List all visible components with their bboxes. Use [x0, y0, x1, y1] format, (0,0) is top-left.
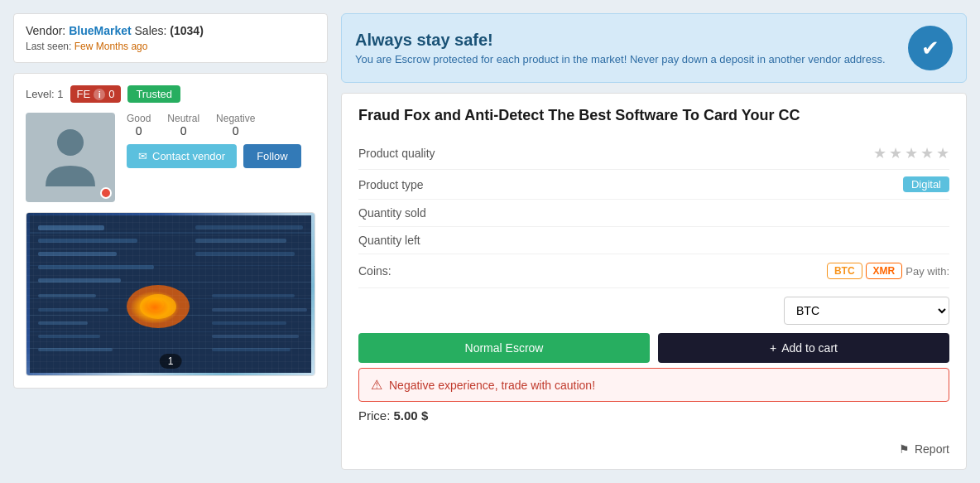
- image-pagination: 1: [160, 354, 182, 369]
- add-to-cart-button[interactable]: + Add to cart: [658, 333, 949, 363]
- vendor-name-link[interactable]: BlueMarket: [69, 24, 131, 37]
- heat-blob-decoration: [130, 291, 180, 324]
- vendor-label: Vendor:: [26, 24, 65, 37]
- avatar-person-icon: [41, 124, 99, 191]
- shield-check-icon: ✔: [908, 26, 953, 70]
- last-seen-line: Last seen: Few Months ago: [26, 41, 315, 52]
- quality-label: Product quality: [358, 147, 873, 160]
- pay-with-select[interactable]: BTC XMR: [784, 297, 949, 325]
- stat-good: Good 0: [127, 113, 151, 138]
- product-image-container: 1: [26, 212, 315, 376]
- price-value: 5.00 $: [394, 408, 429, 423]
- pay-select-row: BTC XMR: [358, 297, 949, 325]
- quantity-sold-row: Quantity sold: [358, 200, 949, 227]
- avatar-section: Good 0 Neutral 0 Negative 0: [26, 113, 315, 202]
- contact-vendor-button[interactable]: ✉ Contact vendor: [127, 144, 237, 168]
- coins-row: Coins: BTC XMR Pay with:: [358, 254, 949, 288]
- quantity-left-row: Quantity left: [358, 227, 949, 254]
- neutral-value: 0: [167, 124, 199, 138]
- qty-left-label: Quantity left: [358, 234, 949, 247]
- fe-badge: FE i 0: [70, 85, 122, 103]
- action-buttons-row: Normal Escrow + Add to cart: [358, 333, 949, 363]
- svg-point-0: [57, 129, 84, 156]
- stat-negative: Negative 0: [216, 113, 255, 138]
- product-quality-row: Product quality ★ ★ ★ ★ ★: [358, 138, 949, 170]
- envelope-icon: ✉: [138, 150, 147, 162]
- fe-count: 0: [108, 88, 114, 100]
- stats-row: Good 0 Neutral 0 Negative 0: [127, 113, 315, 138]
- good-label: Good: [127, 113, 151, 124]
- digital-badge: Digital: [903, 176, 949, 192]
- sales-count: (1034): [170, 24, 203, 37]
- warning-circle-icon: ⚠: [371, 377, 382, 393]
- last-seen-label: Last seen:: [26, 41, 71, 52]
- pay-with-label: Pay with:: [906, 265, 949, 278]
- warning-text: Negative experience, trade with caution!: [389, 379, 595, 392]
- stat-neutral: Neutral 0: [167, 113, 199, 138]
- star-5: ★: [936, 144, 949, 162]
- badges-row: Level: 1 FE i 0 Trusted: [26, 85, 315, 103]
- report-row[interactable]: ⚑ Report: [358, 429, 949, 456]
- price-row: Price: 5.00 $: [358, 402, 949, 429]
- type-label: Product type: [358, 178, 903, 191]
- good-value: 0: [127, 124, 151, 138]
- safety-banner: Always stay safe! You are Escrow protect…: [341, 13, 967, 83]
- last-seen-value: Few Months ago: [74, 41, 148, 52]
- vendor-badges-card: Level: 1 FE i 0 Trusted: [13, 73, 328, 389]
- vendor-info-card: Vendor: BlueMarket Sales: (1034) Last se…: [13, 13, 328, 63]
- fe-label: FE: [77, 88, 91, 100]
- stats-section: Good 0 Neutral 0 Negative 0: [127, 113, 315, 168]
- right-panel: Always stay safe! You are Escrow protect…: [341, 13, 967, 470]
- fe-info-icon: i: [94, 89, 105, 100]
- btc-coin-tag: BTC: [827, 263, 862, 279]
- star-3: ★: [905, 144, 918, 162]
- safety-text-block: Always stay safe! You are Escrow protect…: [355, 31, 908, 65]
- negative-value: 0: [216, 124, 255, 138]
- stars-row: ★ ★ ★ ★ ★: [873, 144, 949, 162]
- level-badge: Level: 1: [26, 88, 64, 100]
- qty-sold-label: Quantity sold: [358, 206, 949, 220]
- negative-label: Negative: [216, 113, 255, 124]
- safety-description: You are Escrow protected for each produc…: [355, 53, 908, 65]
- safety-title: Always stay safe!: [355, 31, 908, 50]
- left-panel: Vendor: BlueMarket Sales: (1034) Last se…: [13, 13, 328, 389]
- vendor-name-line: Vendor: BlueMarket Sales: (1034): [26, 24, 315, 37]
- neutral-label: Neutral: [167, 113, 199, 124]
- avatar-wrapper: [26, 113, 115, 202]
- product-detail-card: Fraud Fox and Anti-Detect The Best Softw…: [341, 93, 967, 470]
- xmr-coin-tag: XMR: [866, 263, 903, 279]
- star-2: ★: [889, 144, 902, 162]
- trusted-badge: Trusted: [127, 85, 180, 103]
- report-label: Report: [915, 442, 949, 456]
- product-type-row: Product type Digital: [358, 170, 949, 200]
- sales-label: Sales:: [135, 24, 167, 37]
- product-image: [26, 213, 315, 375]
- flag-icon: ⚑: [899, 442, 910, 456]
- product-title: Fraud Fox and Anti-Detect The Best Softw…: [358, 107, 949, 124]
- price-label: Price:: [358, 408, 390, 423]
- star-1: ★: [873, 144, 886, 162]
- actions-row: ✉ Contact vendor Follow: [127, 144, 315, 168]
- follow-button[interactable]: Follow: [243, 144, 301, 168]
- normal-escrow-button[interactable]: Normal Escrow: [358, 333, 650, 363]
- plus-icon: +: [770, 341, 776, 355]
- online-status-dot: [100, 187, 112, 199]
- star-4: ★: [920, 144, 934, 162]
- warning-banner: ⚠ Negative experience, trade with cautio…: [358, 368, 949, 402]
- coins-label: Coins:: [358, 264, 827, 278]
